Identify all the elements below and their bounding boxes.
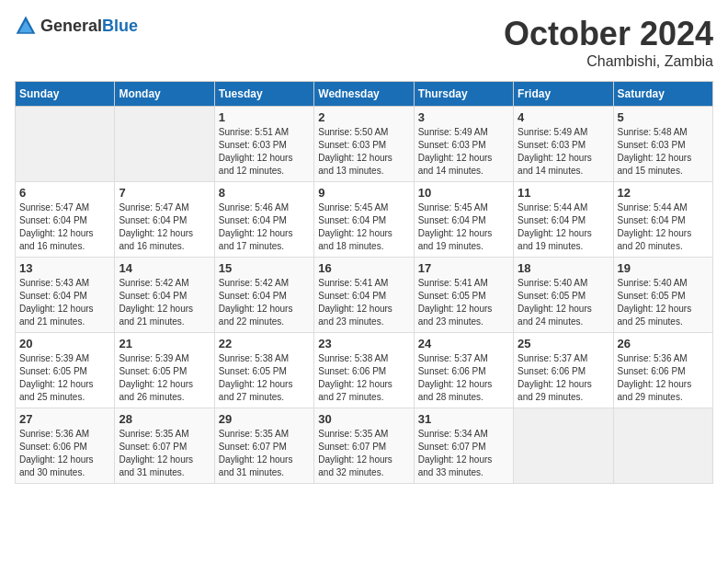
calendar-day-cell: 12Sunrise: 5:44 AM Sunset: 6:04 PM Dayli… [613,182,712,258]
calendar-day-cell: 13Sunrise: 5:43 AM Sunset: 6:04 PM Dayli… [16,258,115,333]
calendar-day-cell: 17Sunrise: 5:41 AM Sunset: 6:05 PM Dayli… [414,258,513,333]
day-number: 28 [119,412,210,426]
calendar-day-cell: 22Sunrise: 5:38 AM Sunset: 6:05 PM Dayli… [214,333,313,408]
day-number: 5 [618,110,709,124]
day-info: Sunrise: 5:51 AM Sunset: 6:03 PM Dayligh… [219,126,310,178]
weekday-header-cell: Wednesday [314,82,414,107]
day-number: 18 [518,261,609,275]
calendar-day-cell: 30Sunrise: 5:35 AM Sunset: 6:07 PM Dayli… [314,408,414,484]
day-info: Sunrise: 5:49 AM Sunset: 6:03 PM Dayligh… [518,126,609,178]
day-info: Sunrise: 5:36 AM Sunset: 6:06 PM Dayligh… [19,428,110,479]
calendar-week-row: 1Sunrise: 5:51 AM Sunset: 6:03 PM Daylig… [16,107,713,182]
day-number: 16 [318,261,409,275]
day-number: 20 [19,337,110,350]
calendar-day-cell: 20Sunrise: 5:39 AM Sunset: 6:05 PM Dayli… [16,333,115,408]
day-number: 2 [318,110,409,124]
day-number: 4 [518,110,609,124]
day-number: 12 [618,186,709,200]
day-number: 23 [318,337,409,350]
day-number: 27 [19,412,110,426]
day-info: Sunrise: 5:35 AM Sunset: 6:07 PM Dayligh… [219,428,310,479]
weekday-header-cell: Saturday [613,82,712,107]
day-number: 22 [219,337,310,350]
day-info: Sunrise: 5:42 AM Sunset: 6:04 PM Dayligh… [119,277,210,328]
day-info: Sunrise: 5:37 AM Sunset: 6:06 PM Dayligh… [418,352,509,404]
day-number: 29 [219,412,310,426]
day-number: 9 [318,186,409,200]
day-info: Sunrise: 5:43 AM Sunset: 6:04 PM Dayligh… [19,277,110,328]
calendar-day-cell [613,408,712,484]
day-info: Sunrise: 5:42 AM Sunset: 6:04 PM Dayligh… [219,277,310,328]
calendar-day-cell: 15Sunrise: 5:42 AM Sunset: 6:04 PM Dayli… [214,258,313,333]
logo-blue-text: Blue [102,17,138,35]
day-info: Sunrise: 5:50 AM Sunset: 6:03 PM Dayligh… [318,126,409,178]
day-number: 6 [19,186,110,200]
day-info: Sunrise: 5:34 AM Sunset: 6:07 PM Dayligh… [418,428,509,479]
day-number: 10 [418,186,509,200]
day-info: Sunrise: 5:44 AM Sunset: 6:04 PM Dayligh… [618,201,709,253]
day-number: 15 [219,261,310,275]
day-info: Sunrise: 5:35 AM Sunset: 6:07 PM Dayligh… [318,428,409,479]
calendar-day-cell: 21Sunrise: 5:39 AM Sunset: 6:05 PM Dayli… [115,333,214,408]
day-info: Sunrise: 5:37 AM Sunset: 6:06 PM Dayligh… [518,352,609,404]
weekday-header-cell: Thursday [414,82,513,107]
day-number: 13 [19,261,110,275]
calendar-day-cell: 29Sunrise: 5:35 AM Sunset: 6:07 PM Dayli… [214,408,313,484]
calendar-day-cell: 26Sunrise: 5:36 AM Sunset: 6:06 PM Dayli… [613,333,712,408]
logo-general-text: General [40,17,102,35]
calendar-week-row: 27Sunrise: 5:36 AM Sunset: 6:06 PM Dayli… [16,408,713,484]
calendar-day-cell: 11Sunrise: 5:44 AM Sunset: 6:04 PM Dayli… [514,182,613,258]
day-number: 17 [418,261,509,275]
day-info: Sunrise: 5:45 AM Sunset: 6:04 PM Dayligh… [418,201,509,253]
day-number: 3 [418,110,509,124]
day-number: 31 [418,412,509,426]
calendar-day-cell: 24Sunrise: 5:37 AM Sunset: 6:06 PM Dayli… [414,333,513,408]
day-info: Sunrise: 5:40 AM Sunset: 6:05 PM Dayligh… [618,277,709,328]
calendar-day-cell: 27Sunrise: 5:36 AM Sunset: 6:06 PM Dayli… [16,408,115,484]
calendar-day-cell [16,107,115,182]
calendar-week-row: 13Sunrise: 5:43 AM Sunset: 6:04 PM Dayli… [16,258,713,333]
day-info: Sunrise: 5:39 AM Sunset: 6:05 PM Dayligh… [19,352,110,404]
location-title: Chambishi, Zambia [504,53,713,70]
calendar-day-cell: 16Sunrise: 5:41 AM Sunset: 6:04 PM Dayli… [314,258,414,333]
day-number: 24 [418,337,509,350]
calendar-day-cell: 19Sunrise: 5:40 AM Sunset: 6:05 PM Dayli… [613,258,712,333]
title-block: October 2024 Chambishi, Zambia [504,15,713,70]
day-info: Sunrise: 5:36 AM Sunset: 6:06 PM Dayligh… [618,352,709,404]
day-info: Sunrise: 5:38 AM Sunset: 6:05 PM Dayligh… [219,352,310,404]
calendar-table: SundayMondayTuesdayWednesdayThursdayFrid… [15,81,713,484]
month-title: October 2024 [504,15,713,53]
day-info: Sunrise: 5:47 AM Sunset: 6:04 PM Dayligh… [119,201,210,253]
day-number: 25 [518,337,609,350]
calendar-day-cell: 9Sunrise: 5:45 AM Sunset: 6:04 PM Daylig… [314,182,414,258]
day-info: Sunrise: 5:49 AM Sunset: 6:03 PM Dayligh… [418,126,509,178]
day-info: Sunrise: 5:35 AM Sunset: 6:07 PM Dayligh… [119,428,210,479]
calendar-day-cell: 1Sunrise: 5:51 AM Sunset: 6:03 PM Daylig… [214,107,313,182]
calendar-day-cell [115,107,214,182]
calendar-day-cell: 14Sunrise: 5:42 AM Sunset: 6:04 PM Dayli… [115,258,214,333]
logo-icon [15,15,37,37]
day-info: Sunrise: 5:46 AM Sunset: 6:04 PM Dayligh… [219,201,310,253]
weekday-header-row: SundayMondayTuesdayWednesdayThursdayFrid… [16,82,713,107]
logo: GeneralBlue [15,15,138,37]
day-info: Sunrise: 5:41 AM Sunset: 6:04 PM Dayligh… [318,277,409,328]
day-number: 26 [618,337,709,350]
day-number: 8 [219,186,310,200]
day-number: 7 [119,186,210,200]
weekday-header-cell: Friday [514,82,613,107]
weekday-header-cell: Monday [115,82,214,107]
day-number: 19 [618,261,709,275]
calendar-day-cell [514,408,613,484]
day-info: Sunrise: 5:47 AM Sunset: 6:04 PM Dayligh… [19,201,110,253]
day-info: Sunrise: 5:44 AM Sunset: 6:04 PM Dayligh… [518,201,609,253]
day-info: Sunrise: 5:41 AM Sunset: 6:05 PM Dayligh… [418,277,509,328]
calendar-day-cell: 10Sunrise: 5:45 AM Sunset: 6:04 PM Dayli… [414,182,513,258]
calendar-day-cell: 6Sunrise: 5:47 AM Sunset: 6:04 PM Daylig… [16,182,115,258]
calendar-body: 1Sunrise: 5:51 AM Sunset: 6:03 PM Daylig… [16,107,713,484]
day-info: Sunrise: 5:38 AM Sunset: 6:06 PM Dayligh… [318,352,409,404]
day-number: 14 [119,261,210,275]
page-header: GeneralBlue October 2024 Chambishi, Zamb… [15,15,713,70]
calendar-day-cell: 7Sunrise: 5:47 AM Sunset: 6:04 PM Daylig… [115,182,214,258]
day-number: 30 [318,412,409,426]
calendar-week-row: 20Sunrise: 5:39 AM Sunset: 6:05 PM Dayli… [16,333,713,408]
